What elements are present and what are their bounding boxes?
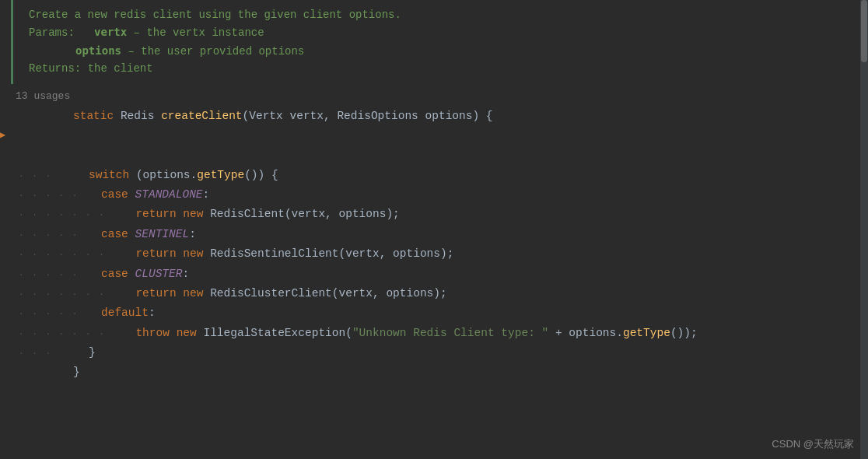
method-gettype1: getType [197,166,244,185]
dots-9: · · · · · [11,307,86,321]
plain-args2: (vertx, options); [338,244,453,264]
class-redisclient: RedisClient [210,205,285,224]
kw-new4: new [177,324,204,343]
kw-new3: new [183,284,210,303]
dots-3: · · · · · [11,188,86,203]
plain-paren1: ( [243,107,250,126]
plain-paren2: ( [345,324,352,343]
code-line-11: · · · } [0,343,868,363]
kw-default: default [101,303,149,323]
code-line-12: } [0,363,868,382]
code-line-1: ▶ static Redis createClient(Vertx vertx,… [0,107,868,166]
code-block: ▶ static Redis createClient(Vertx vertx,… [0,107,868,383]
kw-switch: switch [89,166,136,185]
class-vertx: Vertx [249,107,289,126]
plain-args1: (vertx, options); [285,205,400,224]
close-brace2: } [73,363,80,382]
method-gettype2: getType [623,324,670,343]
dots-7: · · · · · [11,268,86,282]
code-line-10: · · · · · · · throw new IllegalStateExce… [0,324,868,343]
colon-2: : [189,225,196,244]
class-redissentinelclient: RedisSentinelClient [210,244,338,264]
switch-close: ()) { [244,166,278,185]
plain-args3: (vertx, options); [332,284,447,303]
gutter-1: ▶ [0,107,11,166]
dots-5: · · · · · [11,228,86,243]
params-label: Params: [29,26,75,39]
kw-case1: case [101,185,135,205]
doc-description: Create a new redis client using the give… [29,6,852,23]
colon-3: : [182,265,189,284]
kw-case3: case [101,265,135,284]
kw-new2: new [183,244,210,264]
doc-param2: options – the user provided options [29,42,852,60]
dots-6: · · · · · · · [11,247,112,262]
string-unknown: "Unknown Redis Client type: " [352,324,548,343]
param1-desc: – the vertx instance [134,26,264,39]
class-redis: Redis [121,107,161,126]
param-vertx: vertx, [289,107,337,126]
switch-paren: (options. [136,166,197,185]
doc-returns: Returns: the client [29,60,852,77]
code-line-5: · · · · · case SENTINEL: [0,225,868,244]
kw-throw: throw [135,324,176,343]
method-createclient: createClient [161,107,242,126]
doc-params: Params: vertx – the vertx instance [29,23,852,41]
usages-line: 13 usages [0,86,868,107]
plain-close2: ()); [670,324,698,343]
code-line-3: · · · · · case STANDALONE: [0,185,868,205]
dots-2: · · · [11,169,73,184]
plain-plus: + options. [548,324,623,343]
param1-name: vertx [94,26,127,38]
exec-arrow-1: ▶ [0,107,11,166]
val-standalone: STANDALONE [135,185,203,205]
dots-4: · · · · · · · [11,208,112,222]
close-brace1: } [89,343,96,363]
dots-8: · · · · · · · [11,287,112,302]
param2-name: options [75,44,121,57]
colon-4: : [149,303,156,323]
kw-return3: return [135,284,183,303]
returns-label: Returns: [29,62,81,75]
kw-case2: case [101,225,135,244]
class-redisclusterclient: RedisClusterClient [210,284,332,303]
scrollbar[interactable] [860,0,868,459]
code-line-4: · · · · · · · return new RedisClient(ver… [0,205,868,224]
dots-10: · · · · · · · [11,327,112,342]
class-redisoptions: RedisOptions [337,107,425,126]
val-cluster: CLUSTER [135,265,183,284]
code-line-7: · · · · · case CLUSTER: [0,265,868,284]
param2-desc: – the user provided options [128,45,304,58]
code-line-9: · · · · · default: [0,303,868,323]
code-line-8: · · · · · · · return new RedisClusterCli… [0,284,868,303]
kw-return1: return [135,205,183,224]
class-illegalstate: IllegalStateException [203,324,345,343]
code-container: Create a new redis client using the give… [0,0,868,459]
kw-new1: new [183,205,210,224]
returns-desc: the client [88,62,153,75]
dots-11: · · · [11,346,73,361]
val-sentinel: SENTINEL [135,225,190,244]
kw-return2: return [135,244,183,264]
code-line-2: · · · switch (options.getType()) { [0,166,868,185]
doc-block: Create a new redis client using the give… [11,0,868,84]
colon-1: : [203,185,210,205]
watermark: CSDN @天然玩家 [772,437,854,451]
kw-static: static [73,107,121,126]
code-line-6: · · · · · · · return new RedisSentinelCl… [0,244,868,264]
param-options: options) { [425,107,493,126]
scrollbar-thumb[interactable] [861,0,867,62]
